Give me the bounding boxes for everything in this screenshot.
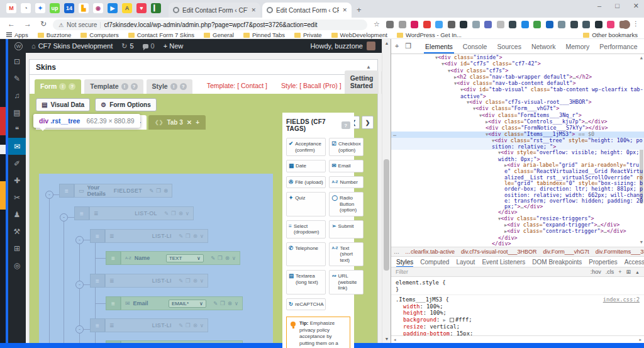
collapse-icon[interactable]: ▲ — [366, 64, 371, 70]
alert-badge[interactable]: ! — [121, 83, 128, 90]
tree-node[interactable]: ≡A-ZNameTEXT∨✎❐⊗∨ — [106, 251, 240, 265]
duplicate-icon[interactable]: ❐ — [186, 278, 191, 284]
dom-line[interactable]: ▶<div aria-label="grid" aria-readonly="t… — [391, 162, 644, 210]
scroll-right-arrow[interactable]: ▸ — [639, 337, 641, 342]
security-label[interactable]: Not secure — [67, 21, 97, 28]
duplicate-icon[interactable]: ❐ — [186, 322, 191, 328]
styles-tab-event-listeners[interactable]: Event Listeners — [482, 257, 525, 267]
next-tab-button[interactable]: ❯ — [362, 116, 374, 129]
extension-icon[interactable] — [595, 21, 602, 28]
analytics-favicon[interactable]: ▙ — [79, 3, 89, 13]
collapse-node-button[interactable]: - — [75, 236, 84, 244]
field-button-text-short-text-[interactable]: A-ZText (short text) — [329, 242, 363, 267]
chevron-down-icon[interactable]: ∨ — [186, 210, 189, 216]
chevron-down-icon[interactable]: ∨ — [235, 300, 238, 306]
help-badge[interactable]: ? — [69, 83, 75, 90]
extension-icon[interactable] — [607, 21, 614, 28]
extension-icon[interactable] — [521, 21, 529, 28]
compass-favicon[interactable]: ◔ — [21, 3, 31, 13]
device-toolbar-icon[interactable]: ❒ — [405, 42, 411, 50]
pane-layout-icon[interactable]: ⊞ — [626, 269, 631, 275]
extension-icon[interactable] — [423, 21, 431, 28]
drag-handle-icon[interactable]: ≡ — [74, 206, 89, 220]
devtools-bottom-scrollbar[interactable]: ◂ ▸ — [391, 335, 644, 343]
devtools-tab-console[interactable]: Console — [462, 40, 489, 53]
blue-app-favicon[interactable]: ▶ — [108, 3, 118, 13]
css-property[interactable]: resize: vertical; — [396, 323, 640, 330]
admin-account[interactable]: Howdy, buzztone — [310, 42, 375, 50]
browser-tab-inactive[interactable]: Edit Contact Form ‹ CF7 Skins De ✕ — [169, 3, 260, 18]
tree-node[interactable]: ≡▭Your DetailsFIELDSET✎❐⊗ — [59, 184, 172, 198]
extension-icon[interactable] — [570, 21, 578, 28]
dom-line[interactable]: ▼<div id="cf7s" class="cf7-42"> — [391, 61, 644, 67]
tab-getting-started[interactable]: Getting Started — [345, 70, 379, 94]
tree-node[interactable]: ≡✆PhoneTEL∨✎❐⊗∨ — [106, 340, 243, 343]
field-button-recaptcha[interactable]: ↻reCAPTCHA — [286, 298, 326, 311]
alert-badge[interactable]: ! — [170, 83, 177, 90]
css-property[interactable]: padding-bottom: 15px; — [396, 330, 640, 336]
bookmark-item[interactable]: Apps — [6, 31, 28, 38]
collapse-node-button[interactable]: - — [75, 281, 84, 289]
form-options-button[interactable]: ⚙ Form Options — [95, 98, 157, 111]
inspect-element-icon[interactable]: ⌖ — [395, 42, 399, 50]
sidebar-item-appearance[interactable]: ✐ — [8, 155, 26, 172]
help-badge[interactable]: ? — [180, 83, 187, 90]
bookmark-item[interactable]: Buzztone — [38, 31, 72, 38]
bookmark-item[interactable]: Pinned Tabs — [243, 31, 285, 38]
calendar-favicon[interactable]: 14 — [64, 3, 74, 13]
sidebar-item-cf7skins[interactable]: ✂ — [8, 189, 26, 206]
field-button-textarea-long-text-[interactable]: ▤Textarea (long text) — [286, 270, 326, 295]
devtools-tab-sources[interactable]: Sources — [496, 40, 523, 53]
tree-node[interactable]: ≡≣LIST-LI✎❐⊗∨ — [90, 229, 208, 243]
field-button-radio-button-option-[interactable]: ◯Radio Button (option) — [329, 192, 363, 216]
dom-line[interactable]: ▼<div class="rst__tree" style="height: 1… — [391, 138, 644, 150]
drop-favicon[interactable]: ✦ — [35, 3, 45, 13]
hov-toggle[interactable]: :hov — [591, 269, 601, 275]
chevron-down-icon[interactable]: ∨ — [200, 233, 204, 239]
line-menu-icon[interactable]: … — [393, 132, 396, 137]
field-button-number[interactable]: A-ZNumber — [329, 176, 363, 189]
rule-source-link[interactable]: index.css:2 — [603, 296, 640, 303]
extension-icon[interactable] — [460, 21, 467, 28]
bookmark-star-icon[interactable]: ☆ — [374, 20, 380, 28]
sidebar-item-posts[interactable]: ✎ — [8, 70, 26, 87]
node-type-select[interactable]: EMAIL*∨ — [169, 300, 206, 308]
sidebar-item-media[interactable]: ♫ — [8, 87, 26, 104]
new-rule-button[interactable]: + — [618, 269, 621, 275]
scroll-left-arrow[interactable]: ◂ — [394, 337, 396, 342]
wordpress-logo-icon[interactable]: W — [14, 42, 23, 50]
sidebar-item-comments[interactable]: ❝ — [8, 121, 26, 138]
bookmark-item[interactable]: WebDevelopment — [331, 31, 387, 38]
tree-node[interactable]: ≡≣LIST-LI✎❐⊗∨ — [90, 274, 208, 288]
css-property[interactable]: background: ▶ #fff; — [396, 317, 640, 324]
pocket-favicon[interactable]: ♥ — [136, 3, 147, 13]
drag-handle-icon[interactable]: ≡ — [106, 251, 121, 265]
field-button-acceptance-confirm-[interactable]: ✔Acceptance (confirm) — [286, 138, 326, 156]
devtools-tab-memory[interactable]: Memory — [564, 40, 591, 53]
drag-handle-icon[interactable]: ≡ — [59, 184, 74, 198]
css-property[interactable]: height: 100%; — [396, 310, 640, 317]
close-button[interactable]: ✕ — [633, 2, 639, 10]
profile-avatar[interactable] — [621, 20, 630, 29]
bookmark-item[interactable]: Computers — [80, 31, 118, 38]
new-tab-button[interactable]: + — [357, 6, 362, 14]
edit-icon[interactable]: ✎ — [213, 300, 218, 306]
duplicate-icon[interactable]: ❐ — [186, 233, 191, 239]
color-swatch[interactable] — [450, 318, 454, 322]
forward-button[interactable]: → — [24, 20, 31, 28]
tree-node[interactable]: ≡✉EmailEMAIL*∨✎❐⊗∨ — [106, 296, 243, 310]
a-app-favicon[interactable]: A — [122, 3, 132, 13]
bookmark-item[interactable]: Contact Form 7 Skins — [128, 31, 194, 38]
extension-icon[interactable] — [558, 21, 565, 28]
devtools-tab-elements[interactable]: Elements — [424, 40, 454, 53]
styles-tab-accessibility[interactable]: Accessibility — [625, 257, 644, 267]
extension-icon[interactable] — [497, 21, 504, 28]
chevron-down-icon[interactable]: ∨ — [200, 322, 204, 328]
comments-item[interactable]: 0 — [143, 42, 155, 50]
breadcrumb-overflow[interactable]: … — [391, 249, 402, 255]
sidebar-item-pages[interactable]: ▤ — [8, 104, 26, 121]
sidebar-item-users[interactable]: ♟ — [8, 206, 26, 223]
sidebar-item-contact[interactable]: ✉ — [8, 138, 26, 155]
maximize-button[interactable]: □ — [615, 2, 619, 10]
extension-icon[interactable] — [509, 21, 516, 28]
